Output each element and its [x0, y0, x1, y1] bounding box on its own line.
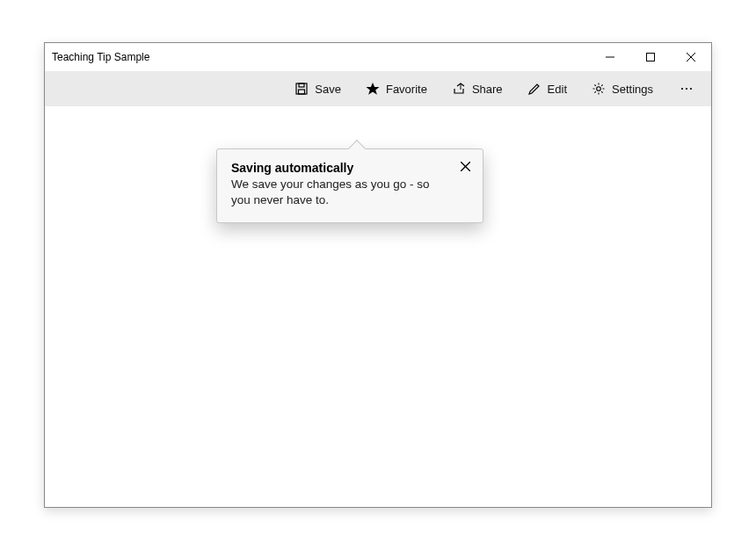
svg-point-8 — [597, 87, 601, 91]
svg-rect-6 — [299, 90, 305, 94]
svg-rect-4 — [296, 83, 307, 94]
window-title: Teaching Tip Sample — [52, 51, 590, 63]
save-icon — [294, 82, 309, 96]
share-icon — [452, 82, 466, 96]
teaching-tip: Saving automatically We save your change… — [216, 148, 483, 223]
gear-icon — [592, 82, 606, 96]
close-icon — [687, 49, 695, 65]
star-icon — [366, 82, 380, 96]
maximize-icon — [646, 49, 655, 65]
settings-label: Settings — [612, 83, 653, 96]
minimize-button[interactable] — [590, 43, 630, 71]
maximize-button[interactable] — [630, 43, 671, 71]
settings-button[interactable]: Settings — [581, 73, 664, 105]
close-button[interactable] — [671, 43, 711, 71]
tip-caret — [348, 140, 366, 157]
save-button[interactable]: Save — [284, 73, 352, 105]
edit-button[interactable]: Edit — [517, 73, 578, 105]
more-icon — [680, 82, 694, 96]
svg-point-10 — [686, 88, 687, 90]
minimize-icon — [606, 49, 614, 65]
close-icon — [461, 159, 470, 175]
tip-title: Saving automatically — [231, 161, 469, 175]
share-button[interactable]: Share — [441, 73, 513, 105]
svg-marker-7 — [366, 83, 379, 95]
tip-close-button[interactable] — [454, 156, 476, 177]
save-label: Save — [315, 83, 341, 96]
edit-label: Edit — [548, 83, 567, 96]
favorite-button[interactable]: Favorite — [355, 73, 438, 105]
more-button[interactable] — [667, 73, 706, 105]
share-label: Share — [472, 83, 503, 96]
favorite-label: Favorite — [386, 83, 427, 96]
tip-body: We save your changes as you go - so you … — [231, 177, 469, 208]
svg-point-11 — [690, 88, 692, 90]
svg-rect-5 — [299, 83, 304, 87]
content-area: Saving automatically We save your change… — [45, 106, 711, 507]
svg-rect-1 — [647, 54, 655, 62]
command-bar: Save Favorite Share E — [45, 71, 711, 106]
app-window: Teaching Tip Sample — [44, 42, 712, 508]
edit-icon — [527, 82, 542, 96]
svg-point-9 — [681, 88, 683, 90]
titlebar: Teaching Tip Sample — [45, 43, 711, 71]
